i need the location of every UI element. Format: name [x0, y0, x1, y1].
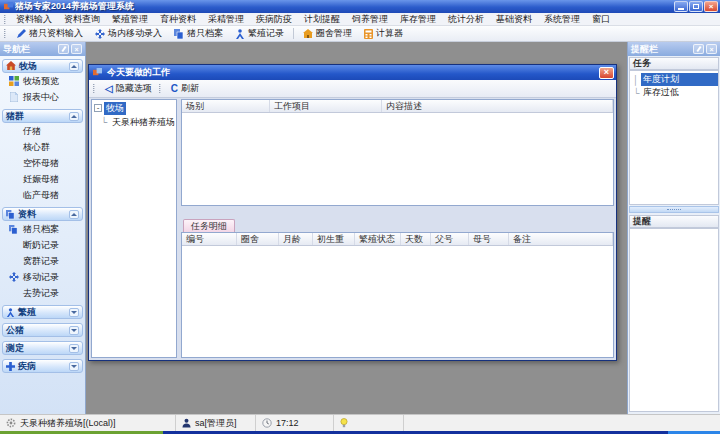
- navigation-panel-body: 牧场 牧场预览 报表中心 猪群 仔猪 核心群 空怀母猪 妊娠母猪 临产母猪: [0, 56, 85, 414]
- breeding-icon: [235, 29, 245, 39]
- nav-section-farm[interactable]: 牧场: [2, 59, 83, 73]
- nav-item-core-herd[interactable]: 核心群: [2, 139, 83, 155]
- toolbar-pen-management-button[interactable]: 圈舍管理: [297, 27, 358, 41]
- nav-item-open-sows[interactable]: 空怀母猪: [2, 155, 83, 171]
- nav-item-pig-archive[interactable]: 猪只档案: [2, 221, 83, 237]
- detail-column-sire[interactable]: 父号: [431, 233, 469, 245]
- pen-icon: [16, 29, 26, 39]
- chevron-down-icon[interactable]: [69, 308, 79, 317]
- detail-column-remark[interactable]: 备注: [509, 233, 613, 245]
- farm-house-icon: [6, 61, 16, 71]
- menu-item-5[interactable]: 疾病防疫: [250, 13, 298, 26]
- nav-item-farrowing-sows[interactable]: 临产母猪: [2, 187, 83, 203]
- menubar: 资料输入 资料查询 繁殖管理 育种资料 采精管理 疾病防疫 计划提醒 饲养管理 …: [0, 13, 720, 26]
- chevron-down-icon[interactable]: [69, 362, 79, 371]
- chevron-up-icon[interactable]: [69, 112, 79, 121]
- nav-section-breeding[interactable]: 繁殖: [2, 305, 83, 319]
- dialog-titlebar: 今天要做的工作 ×: [89, 65, 616, 80]
- tasks-list: │ 年度计划 └ 库存过低: [629, 70, 719, 205]
- detail-column-pen[interactable]: 圈舍: [237, 233, 279, 245]
- reminder-panel-title: 提醒栏: [631, 43, 658, 56]
- pin-icon[interactable]: [693, 44, 704, 54]
- toolbar-grip: [4, 29, 6, 38]
- close-button[interactable]: ×: [704, 1, 718, 12]
- nav-item-farm-overview[interactable]: 牧场预览: [2, 73, 83, 89]
- reminder-panel-header: 提醒栏 ×: [628, 42, 720, 56]
- menu-item-4[interactable]: 采精管理: [202, 13, 250, 26]
- todays-work-dialog: 今天要做的工作 × ◁ 隐藏选项 C 刷新 -: [88, 64, 617, 361]
- nav-item-piglets[interactable]: 仔猪: [2, 123, 83, 139]
- task-detail-panel: 任务明细 编号 圈舍 月龄 初生重 繁殖状态 天数 父号 母号 备注: [181, 219, 614, 358]
- nav-item-litter-record[interactable]: 窝群记录: [2, 253, 83, 269]
- nav-item-pregnant-sows[interactable]: 妊娠母猪: [2, 171, 83, 187]
- nav-section-disease[interactable]: 疾病: [2, 359, 83, 373]
- detail-column-dam[interactable]: 母号: [469, 233, 509, 245]
- reminder-close-icon[interactable]: ×: [706, 44, 717, 54]
- statusbar: 天泉种猪养殖场[(Local)] sa[管理员] 17:12: [0, 414, 720, 431]
- menu-item-12[interactable]: 窗口: [586, 13, 616, 26]
- hide-options-icon: ◁: [105, 84, 113, 94]
- detail-column-birth-weight[interactable]: 初生重: [313, 233, 355, 245]
- menu-item-10[interactable]: 基础资料: [490, 13, 538, 26]
- refresh-button[interactable]: C 刷新: [165, 81, 205, 96]
- dialog-toolbar-grip: [159, 84, 161, 93]
- navigation-panel-header: 导航栏 ×: [0, 42, 85, 56]
- toolbar-calculator-button[interactable]: 计算器: [358, 27, 409, 41]
- nav-section-herd[interactable]: 猪群: [2, 109, 83, 123]
- status-user: sa[管理员]: [176, 415, 256, 431]
- detail-column-breeding-status[interactable]: 繁殖状态: [355, 233, 401, 245]
- nav-section-testing[interactable]: 测定: [2, 341, 83, 355]
- detail-column-age[interactable]: 月龄: [279, 233, 313, 245]
- nav-item-report-center[interactable]: 报表中心: [2, 89, 83, 105]
- task-item-low-inventory[interactable]: └ 库存过低: [630, 86, 718, 99]
- menubar-grip: [4, 15, 6, 24]
- calculator-icon: [364, 29, 373, 39]
- detail-column-days[interactable]: 天数: [401, 233, 431, 245]
- panel-splitter[interactable]: [629, 206, 719, 213]
- toolbar-pig-archive-button[interactable]: 猪只档案: [168, 27, 229, 41]
- tree-node-farm-child[interactable]: └ 天泉种猪养殖场: [92, 115, 176, 129]
- menu-item-8[interactable]: 库存管理: [394, 13, 442, 26]
- menu-item-0[interactable]: 资料输入: [10, 13, 58, 26]
- tree-node-farm-root[interactable]: - 牧场: [92, 101, 176, 115]
- hide-options-button[interactable]: ◁ 隐藏选项: [99, 81, 158, 96]
- chevron-up-icon[interactable]: [69, 62, 79, 71]
- task-item-annual-plan[interactable]: │ 年度计划: [630, 73, 718, 86]
- menu-item-1[interactable]: 资料查询: [58, 13, 106, 26]
- tree-collapse-icon[interactable]: -: [94, 104, 102, 112]
- work-column-site[interactable]: 场别: [182, 100, 270, 112]
- move-icon: [7, 272, 20, 282]
- chevron-down-icon[interactable]: [69, 344, 79, 353]
- pin-icon[interactable]: [58, 44, 69, 54]
- menu-item-3[interactable]: 育种资料: [154, 13, 202, 26]
- nav-section-data[interactable]: 资料: [2, 207, 83, 221]
- minimize-button[interactable]: [674, 1, 688, 12]
- menu-item-11[interactable]: 系统管理: [538, 13, 586, 26]
- copy-icon: [174, 29, 184, 39]
- titlebar: 猪场专家2014养猪场管理系统 ×: [0, 0, 720, 13]
- work-column-description[interactable]: 内容描述: [382, 100, 613, 112]
- chevron-up-icon[interactable]: [69, 210, 79, 219]
- tasks-header: 任务: [629, 57, 719, 70]
- restore-button[interactable]: [689, 1, 703, 12]
- toolbar-pig-data-entry-button[interactable]: 猪只资料输入: [10, 27, 89, 41]
- dialog-close-icon[interactable]: ×: [599, 67, 614, 79]
- tree-branch-icon: │: [633, 75, 639, 85]
- menu-item-7[interactable]: 饲养管理: [346, 13, 394, 26]
- chevron-down-icon[interactable]: [69, 326, 79, 335]
- gear-icon: [6, 418, 16, 428]
- nav-close-icon[interactable]: ×: [71, 44, 82, 54]
- toolbar-move-entry-button[interactable]: 场内移动录入: [89, 27, 168, 41]
- work-table-header: 场别 工作项目 内容描述: [182, 100, 613, 113]
- detail-column-id[interactable]: 编号: [182, 233, 237, 245]
- work-column-item[interactable]: 工作项目: [270, 100, 382, 112]
- tab-task-detail[interactable]: 任务明细: [183, 219, 235, 232]
- nav-item-weaning-record[interactable]: 断奶记录: [2, 237, 83, 253]
- toolbar-breeding-record-button[interactable]: 繁殖记录: [229, 27, 290, 41]
- nav-section-boar[interactable]: 公猪: [2, 323, 83, 337]
- menu-item-9[interactable]: 统计分析: [442, 13, 490, 26]
- nav-item-castration-record[interactable]: 去势记录: [2, 285, 83, 301]
- nav-item-movement-record[interactable]: 移动记录: [2, 269, 83, 285]
- menu-item-2[interactable]: 繁殖管理: [106, 13, 154, 26]
- menu-item-6[interactable]: 计划提醒: [298, 13, 346, 26]
